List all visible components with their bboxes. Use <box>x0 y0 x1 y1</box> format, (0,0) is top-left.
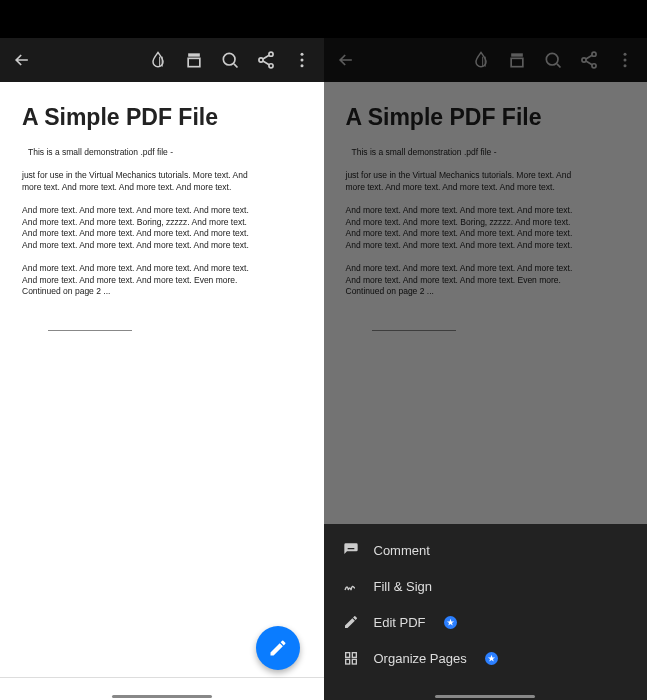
sheet-item-fill-sign[interactable]: Fill & Sign <box>324 568 648 604</box>
droplet-icon <box>471 50 491 70</box>
star-icon <box>487 654 496 663</box>
right-screenshot: A Simple PDF File This is a small demons… <box>324 0 648 700</box>
svg-point-3 <box>268 52 272 56</box>
share-icon <box>579 50 599 70</box>
sheet-item-label: Edit PDF <box>374 615 426 630</box>
svg-point-17 <box>624 64 627 67</box>
status-bar <box>0 0 324 38</box>
document-title: A Simple PDF File <box>22 104 302 131</box>
view-settings-button[interactable] <box>178 44 210 76</box>
svg-point-16 <box>624 59 627 62</box>
svg-rect-20 <box>345 659 349 664</box>
star-icon <box>446 618 455 627</box>
svg-point-13 <box>582 58 586 62</box>
svg-point-6 <box>300 53 303 56</box>
svg-rect-9 <box>511 53 523 56</box>
search-button[interactable] <box>537 44 569 76</box>
left-screenshot: A Simple PDF File This is a small demons… <box>0 0 324 700</box>
paragraph: just for use in the Virtual Mechanics tu… <box>346 170 586 193</box>
svg-rect-21 <box>352 659 356 664</box>
svg-point-12 <box>592 52 596 56</box>
horizontal-rule <box>48 330 132 331</box>
more-vert-icon <box>292 50 312 70</box>
horizontal-rule <box>372 330 456 331</box>
droplet-icon <box>148 50 168 70</box>
page-divider <box>0 677 324 678</box>
edit-fab[interactable] <box>256 626 300 670</box>
sheet-item-edit-pdf[interactable]: Edit PDF <box>324 604 648 640</box>
pencil-icon <box>342 613 360 631</box>
svg-rect-19 <box>352 653 356 658</box>
system-nav-bar <box>435 695 535 698</box>
search-icon <box>543 50 563 70</box>
share-button[interactable] <box>250 44 282 76</box>
svg-rect-0 <box>188 53 200 56</box>
svg-point-11 <box>546 53 558 65</box>
svg-point-14 <box>592 64 596 68</box>
paragraph: This is a small demonstration .pdf file … <box>22 147 262 158</box>
overflow-menu-button[interactable] <box>286 44 318 76</box>
arrow-back-icon <box>336 50 356 70</box>
sign-icon <box>342 577 360 595</box>
svg-point-4 <box>258 58 262 62</box>
paragraph: And more text. And more text. And more t… <box>22 205 262 251</box>
paragraph: just for use in the Virtual Mechanics tu… <box>22 170 262 193</box>
svg-point-2 <box>223 53 235 65</box>
svg-rect-18 <box>345 653 349 658</box>
liquid-mode-button[interactable] <box>142 44 174 76</box>
svg-point-15 <box>624 53 627 56</box>
pdf-page[interactable]: A Simple PDF File This is a small demons… <box>0 82 324 700</box>
svg-point-7 <box>300 59 303 62</box>
paragraph: And more text. And more text. And more t… <box>346 205 586 251</box>
overflow-menu-button[interactable] <box>609 44 641 76</box>
liquid-mode-button[interactable] <box>465 44 497 76</box>
arrow-back-icon <box>12 50 32 70</box>
back-button[interactable] <box>330 44 362 76</box>
paragraph: And more text. And more text. And more t… <box>22 263 262 297</box>
svg-point-5 <box>268 64 272 68</box>
more-vert-icon <box>615 50 635 70</box>
share-button[interactable] <box>573 44 605 76</box>
page-view-icon <box>184 50 204 70</box>
top-app-bar <box>0 38 324 82</box>
sheet-item-label: Comment <box>374 543 430 558</box>
paragraph: And more text. And more text. And more t… <box>346 263 586 297</box>
search-icon <box>220 50 240 70</box>
tools-bottom-sheet: Comment Fill & Sign Edit PDF Organize Pa… <box>324 524 648 700</box>
sheet-item-organize-pages[interactable]: Organize Pages <box>324 640 648 676</box>
sheet-item-comment[interactable]: Comment <box>324 532 648 568</box>
top-app-bar <box>324 38 648 82</box>
search-button[interactable] <box>214 44 246 76</box>
organize-pages-icon <box>342 649 360 667</box>
document-title: A Simple PDF File <box>346 104 626 131</box>
status-bar <box>324 0 648 38</box>
comment-icon <box>342 541 360 559</box>
sheet-item-label: Fill & Sign <box>374 579 433 594</box>
svg-rect-10 <box>511 58 523 66</box>
back-button[interactable] <box>6 44 38 76</box>
svg-rect-1 <box>188 58 200 66</box>
page-view-icon <box>507 50 527 70</box>
premium-badge <box>444 616 457 629</box>
pencil-icon <box>268 638 288 658</box>
share-icon <box>256 50 276 70</box>
paragraph: This is a small demonstration .pdf file … <box>346 147 586 158</box>
system-nav-bar <box>112 695 212 698</box>
sheet-item-label: Organize Pages <box>374 651 467 666</box>
premium-badge <box>485 652 498 665</box>
view-settings-button[interactable] <box>501 44 533 76</box>
svg-point-8 <box>300 64 303 67</box>
